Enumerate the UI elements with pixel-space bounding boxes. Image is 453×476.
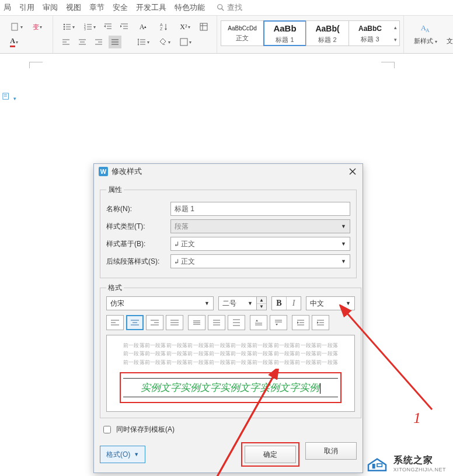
numbering-button[interactable]: 123▾	[81, 20, 98, 33]
format-legend: 格式	[106, 283, 124, 293]
borders-button[interactable]: ▾	[176, 36, 194, 48]
page-corner-tl	[29, 62, 43, 68]
dlg-spacing-loose[interactable]	[228, 315, 245, 330]
ok-button[interactable]: 确定	[245, 446, 296, 463]
preview-context-text: 前一段落前一段落前一段落前一段落前一段落前一段落前一段落前一段落前一段落前一段落…	[111, 341, 350, 366]
save-template-checkbox[interactable]	[103, 426, 111, 433]
menu-view[interactable]: 视图	[66, 2, 81, 13]
dlg-align-center[interactable]	[126, 315, 144, 330]
spacing-group	[188, 315, 245, 330]
chevron-down-icon: ▼	[341, 223, 346, 229]
text-direction-button[interactable]: 变▾	[29, 20, 46, 33]
app-logo-icon: W	[99, 167, 108, 176]
bullets-button[interactable]: ▾	[60, 20, 77, 33]
sort-button[interactable]: AZ	[155, 20, 173, 33]
dialog-title: 修改样式	[111, 166, 142, 177]
italic-button[interactable]: I	[287, 297, 301, 310]
name-input[interactable]: 标题 1	[170, 202, 350, 216]
svg-point-7	[63, 29, 65, 30]
follow-label: 后续段落样式(S):	[106, 257, 170, 267]
menubar: 局 引用 审阅 视图 章节 安全 开发工具 特色功能 查找	[0, 0, 453, 16]
page-corner-tr	[381, 62, 395, 68]
dialog-titlebar: W 修改样式	[94, 164, 363, 179]
brand-logo-icon	[365, 455, 389, 473]
svg-text:A: A	[426, 27, 430, 33]
search-icon	[217, 4, 225, 12]
font-size-stepper[interactable]: ▲▼	[257, 296, 267, 310]
svg-text:Z: Z	[160, 27, 163, 31]
new-style-button[interactable]: AA 新样式 ▾	[409, 19, 442, 48]
ribbon: ▾ 变▾ A▾ ▾ 123▾	[0, 16, 453, 54]
page-area: ▾ W 修改样式 属性 名称(N): 标题 1	[0, 54, 453, 476]
svg-text:A: A	[160, 23, 163, 27]
orientation-button[interactable]: ▾	[8, 20, 25, 33]
save-template-label: 同时保存到模板(A)	[116, 425, 175, 435]
style-gallery: AaBbCcDd 正文 AaBb 标题 1 AaBb( 标题 2 AaBbC 标…	[218, 18, 402, 48]
svg-marker-88	[297, 321, 299, 324]
menu-layout[interactable]: 局	[4, 2, 11, 13]
ribbon-group-right: AA 新样式 ▾ 文档助手 文	[404, 16, 453, 53]
dlg-para-after[interactable]	[270, 315, 287, 330]
page-sidebar-icon[interactable]: ▾	[2, 92, 16, 102]
style-gallery-more[interactable]: ▴▾	[391, 20, 400, 46]
menu-chapter[interactable]: 章节	[89, 2, 104, 13]
menu-special[interactable]: 特色功能	[175, 2, 205, 13]
style-card-normal[interactable]: AaBbCcDd 正文	[221, 20, 264, 46]
preview-sample-highlight: 实例文字实例文字实例文字实例文字实例	[120, 372, 342, 403]
dlg-align-justify[interactable]	[166, 315, 183, 330]
dialog-button-row: 格式(O) ▼ 确定 取消	[100, 442, 357, 467]
menu-review[interactable]: 审阅	[43, 2, 58, 13]
close-button[interactable]	[347, 166, 358, 177]
dlg-spacing-normal[interactable]	[208, 315, 225, 330]
menu-devtools[interactable]: 开发工具	[136, 2, 166, 13]
font-family-select[interactable]: 仿宋 ▼	[106, 296, 214, 310]
annotation-num-1: 1	[413, 410, 421, 427]
menu-security[interactable]: 安全	[113, 2, 128, 13]
ok-button-highlight: 确定	[241, 442, 299, 467]
increase-font-button[interactable]: A▴	[134, 20, 152, 33]
dlg-align-left[interactable]	[106, 315, 124, 330]
base-label: 样式基于(B):	[106, 239, 170, 249]
svg-text:3: 3	[84, 27, 86, 31]
style-card-heading1[interactable]: AaBb 标题 1	[263, 20, 306, 46]
shading-button[interactable]: ▾	[155, 36, 173, 48]
align-justify-button[interactable]	[109, 36, 121, 48]
brand-watermark: 系统之家 XITONGZHIJIA.NET	[365, 454, 446, 473]
menu-references[interactable]: 引用	[19, 2, 34, 13]
follow-select[interactable]: ↲正文 ▼	[170, 254, 350, 268]
dlg-align-right[interactable]	[146, 315, 163, 330]
font-color-button[interactable]: A▾	[8, 36, 20, 48]
bold-button[interactable]: B	[272, 297, 287, 310]
modify-style-dialog: W 修改样式 属性 名称(N): 标题 1 样式类型(T):	[93, 163, 363, 473]
dlg-spacing-tight[interactable]	[188, 315, 205, 330]
dlg-indent-dec[interactable]	[292, 315, 309, 330]
svg-rect-97	[377, 464, 382, 467]
svg-marker-92	[317, 321, 319, 324]
align-center-button[interactable]	[76, 36, 89, 48]
style-card-heading2[interactable]: AaBb( 标题 2	[306, 20, 349, 46]
ribbon-group-left: ▾ 变▾ A▾	[1, 16, 53, 53]
superscript-button[interactable]: X²▾	[176, 20, 194, 33]
align-right-button[interactable]	[92, 36, 105, 48]
increase-indent-button[interactable]	[118, 20, 131, 33]
indent-group	[292, 315, 329, 330]
cancel-button[interactable]: 取消	[305, 442, 357, 460]
language-select[interactable]: 中文 ▼	[306, 296, 355, 310]
decrease-indent-button[interactable]	[102, 20, 114, 33]
chevron-down-icon: ▼	[341, 258, 346, 264]
svg-point-5	[63, 26, 65, 28]
dlg-para-before[interactable]	[250, 315, 267, 330]
font-size-select[interactable]: 二号 ▼	[218, 296, 257, 310]
style-card-heading3[interactable]: AaBbC 标题 3	[349, 20, 392, 46]
symbol-button[interactable]	[197, 20, 210, 33]
format-dropdown-button[interactable]: 格式(O) ▼	[100, 446, 145, 463]
line-spacing-button[interactable]: ▾	[134, 36, 152, 48]
svg-rect-48	[180, 38, 187, 46]
dlg-indent-inc[interactable]	[312, 315, 329, 330]
align-left-button[interactable]	[60, 36, 72, 48]
doc-helper-button[interactable]: 文档助手	[442, 19, 453, 48]
base-select[interactable]: ↲正文 ▼	[170, 237, 350, 251]
preview-panel: 前一段落前一段落前一段落前一段落前一段落前一段落前一段落前一段落前一段落前一段落…	[106, 335, 355, 412]
menubar-search[interactable]: 查找	[217, 2, 242, 13]
preview-sample-text: 实例文字实例文字实例文字实例文字实例	[123, 378, 338, 397]
